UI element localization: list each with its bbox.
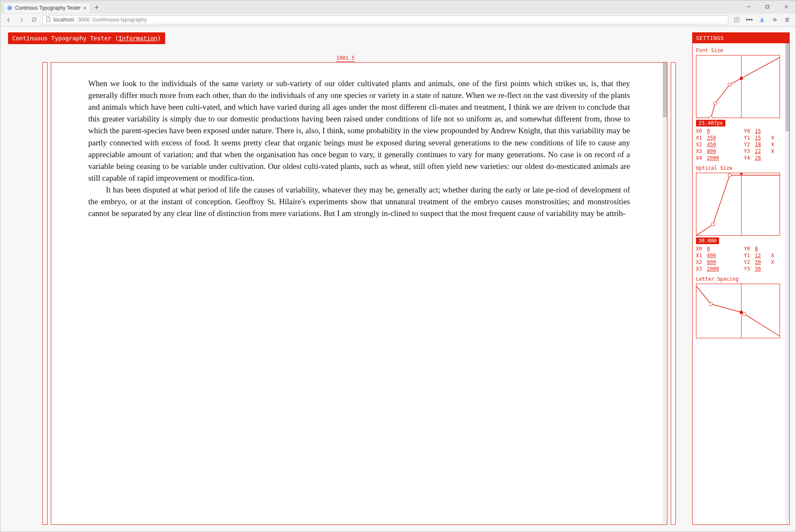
browser-toolbar: localhost:3000/continuous-typography ••• — [0, 13, 796, 26]
font-size-graph[interactable] — [696, 55, 780, 118]
paragraph: It has been disputed at what period of l… — [88, 184, 630, 219]
url-path: /continuous-typography — [92, 17, 147, 23]
optical-size-current: 30.000 — [696, 237, 719, 244]
svg-point-16 — [709, 116, 713, 118]
back-button[interactable] — [3, 14, 15, 25]
maximize-button[interactable] — [758, 0, 777, 13]
delete-point-button[interactable]: X — [769, 135, 774, 141]
letter-spacing-graph[interactable] — [696, 284, 780, 338]
reader-mode-icon[interactable] — [731, 14, 743, 25]
width-value: 1081.5 — [336, 55, 354, 62]
app-title-prefix: Continuous Typography Tester ( — [12, 35, 119, 42]
overflow-icon[interactable] — [769, 14, 780, 25]
coord-input[interactable]: 450 — [707, 142, 724, 147]
new-tab-button[interactable]: + — [91, 2, 102, 13]
left-resize-handle[interactable] — [42, 62, 47, 525]
scrollbar-thumb[interactable] — [785, 43, 789, 132]
section-title: Font Size — [696, 47, 784, 53]
coord-input[interactable]: 12 — [755, 253, 767, 258]
svg-point-26 — [740, 311, 743, 314]
svg-point-21 — [712, 223, 715, 226]
scrollbar-thumb[interactable] — [663, 63, 667, 117]
section-title: Letter Spacing — [696, 276, 784, 282]
svg-point-19 — [740, 76, 743, 80]
coord-input[interactable]: 800 — [707, 148, 724, 154]
browser-window: Continous Typography Tester × + localhos… — [0, 0, 796, 532]
coord-input[interactable]: 2000 — [707, 155, 724, 161]
settings-header: SETTINGS — [693, 33, 789, 43]
delete-point-button[interactable]: X — [769, 148, 774, 154]
coord-input[interactable]: 28 — [755, 155, 767, 161]
svg-point-24 — [709, 303, 713, 306]
url-host: localhost — [53, 17, 74, 23]
app-title-suffix: ) — [158, 35, 161, 42]
paragraph: When we look to the individuals of the s… — [88, 78, 630, 184]
titlebar: Continous Typography Tester × + — [0, 0, 796, 13]
coord-input[interactable]: 30 — [755, 259, 767, 265]
page-icon — [45, 16, 51, 23]
settings-panel: SETTINGS Font Size — [692, 32, 790, 525]
svg-point-17 — [714, 102, 717, 105]
coord-input[interactable]: 0 — [707, 246, 724, 252]
svg-point-18 — [728, 83, 731, 86]
downloads-icon[interactable] — [756, 14, 768, 25]
coord-input[interactable]: 18 — [755, 142, 767, 147]
app-title-badge: Continuous Typography Tester (Informatio… — [8, 32, 165, 44]
settings-body: Font Size 23.407px — [693, 43, 789, 524]
font-size-coords: X00Y015 X1350Y115X X2450Y218X X3800Y322X… — [696, 128, 784, 161]
minimize-button[interactable] — [739, 0, 758, 13]
react-favicon-icon — [7, 5, 13, 11]
close-window-button[interactable] — [777, 0, 796, 13]
svg-rect-9 — [735, 18, 739, 22]
coord-input[interactable]: 30 — [755, 266, 767, 272]
close-tab-icon[interactable]: × — [83, 5, 87, 11]
browser-tab[interactable]: Continous Typography Tester × — [3, 2, 90, 13]
text-body: When we look to the individuals of the s… — [51, 63, 667, 224]
text-stage: When we look to the individuals of the s… — [42, 62, 676, 525]
delete-point-button[interactable]: X — [769, 142, 774, 147]
width-indicator: 1081.5 — [0, 55, 691, 61]
right-resize-handle[interactable] — [671, 62, 676, 525]
settings-scrollbar[interactable] — [785, 43, 789, 524]
svg-point-0 — [9, 7, 10, 8]
information-link[interactable]: Information — [119, 35, 158, 42]
coord-input[interactable]: 0 — [707, 128, 724, 134]
window-controls — [739, 0, 796, 13]
page-viewport: Continuous Typography Tester (Informatio… — [0, 26, 796, 532]
section-letter-spacing: Letter Spacing — [696, 276, 784, 338]
section-title: Optical Size — [696, 165, 784, 171]
forward-button[interactable] — [16, 14, 27, 25]
coord-input[interactable]: 22 — [755, 148, 767, 154]
svg-point-22 — [728, 174, 731, 177]
svg-point-25 — [743, 312, 746, 316]
coord-input[interactable]: 15 — [755, 135, 767, 141]
coord-input[interactable]: 8 — [755, 246, 767, 252]
optical-size-coords: X00Y08 X1400Y112X X2800Y230X X32000Y330 — [696, 246, 784, 272]
text-scrollbar[interactable] — [663, 63, 667, 524]
optical-size-graph[interactable] — [696, 173, 780, 236]
coord-input[interactable]: 2000 — [707, 266, 724, 272]
svg-rect-5 — [766, 5, 769, 8]
coord-input[interactable]: 400 — [707, 253, 724, 258]
url-bar[interactable]: localhost:3000/continuous-typography — [42, 15, 728, 24]
font-size-current: 23.407px — [696, 120, 725, 126]
text-pane: When we look to the individuals of the s… — [51, 62, 667, 525]
tab-title: Continous Typography Tester — [15, 5, 81, 11]
delete-point-button[interactable]: X — [769, 259, 774, 265]
delete-point-button[interactable]: X — [769, 253, 774, 258]
tracking-protection-icon[interactable] — [28, 14, 40, 25]
url-port: :3000 — [76, 17, 90, 23]
section-optical-size: Optical Size 30.000 — [696, 165, 784, 272]
page-actions-icon[interactable]: ••• — [743, 14, 755, 25]
coord-input[interactable]: 15 — [755, 128, 767, 134]
hamburger-menu-icon[interactable] — [781, 14, 793, 25]
coord-input[interactable]: 800 — [707, 259, 724, 265]
coord-input[interactable]: 350 — [707, 135, 724, 141]
section-font-size: Font Size 23.407px — [696, 47, 784, 161]
